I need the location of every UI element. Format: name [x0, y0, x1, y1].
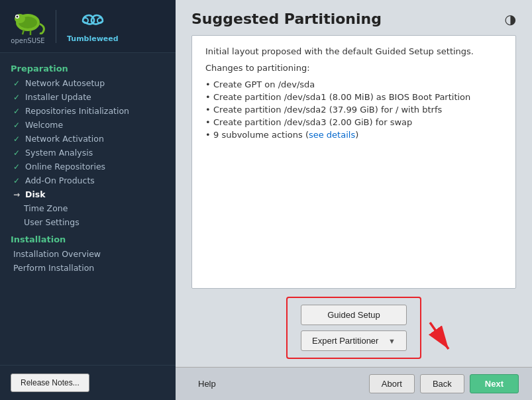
sidebar-footer: Release Notes...	[0, 365, 176, 400]
sidebar-item-installation-overview[interactable]: Installation Overview	[0, 247, 176, 261]
chameleon-icon	[11, 8, 45, 36]
sidebar-item-repositories-initialization[interactable]: Repositories Initialization	[0, 104, 176, 118]
sidebar-item-network-autosetup[interactable]: Network Autosetup	[0, 76, 176, 90]
partition-intro-text: Initial layout proposed with the default…	[205, 46, 502, 56]
dropdown-arrow-icon: ▼	[388, 337, 396, 345]
bottom-right-actions: Abort Back Next	[369, 374, 519, 393]
partition-list: Create GPT on /dev/sda Create partition …	[205, 78, 502, 141]
list-item: 9 subvolume actions (see details)	[205, 128, 502, 141]
guided-setup-button[interactable]: Guided Setup	[301, 305, 407, 325]
tumbleweed-logo: Tumbleweed	[67, 9, 119, 43]
partition-changes-label: Changes to partitioning:	[205, 63, 502, 73]
setup-buttons-area: Guided Setup Expert Partitioner ▼	[191, 289, 516, 362]
logo-divider	[56, 10, 56, 43]
next-button[interactable]: Next	[470, 374, 519, 393]
expert-partitioner-label: Expert Partitioner	[312, 336, 378, 346]
svg-point-4	[17, 16, 19, 18]
help-button[interactable]: Help	[189, 375, 225, 393]
bottom-bar: Help Abort Back Next	[176, 367, 532, 400]
sidebar-item-add-on-products[interactable]: Add-On Products	[0, 174, 176, 187]
sidebar-item-installer-update[interactable]: Installer Update	[0, 90, 176, 104]
partition-info-box: Initial layout proposed with the default…	[191, 35, 516, 289]
section-installation: Installation	[0, 229, 176, 247]
back-button[interactable]: Back	[420, 374, 464, 393]
tumbleweed-brand-text: Tumbleweed	[67, 34, 119, 43]
sidebar-header: openSUSE Tumbleweed	[0, 0, 176, 53]
sidebar-item-disk[interactable]: Disk	[0, 187, 176, 201]
tumbleweed-icon	[76, 9, 109, 33]
main-header: Suggested Partitioning ◑	[176, 0, 532, 32]
sidebar-item-online-repositories[interactable]: Online Repositories	[0, 160, 176, 174]
opensuse-brand-text: openSUSE	[11, 37, 44, 44]
sidebar-item-system-analysis[interactable]: System Analysis	[0, 146, 176, 160]
svg-line-10	[430, 323, 449, 349]
opensuse-logo: openSUSE	[11, 8, 45, 44]
sidebar-item-perform-installation[interactable]: Perform Installation	[0, 261, 176, 275]
abort-button[interactable]: Abort	[369, 374, 415, 393]
list-item: Create partition /dev/sda2 (37.99 GiB) f…	[205, 103, 502, 116]
list-item: Create partition /dev/sda1 (8.00 MiB) as…	[205, 91, 502, 103]
sidebar-item-network-activation[interactable]: Network Activation	[0, 132, 176, 146]
list-item: Create GPT on /dev/sda	[205, 78, 502, 91]
svg-line-5	[23, 30, 24, 34]
red-arrow-annotation	[423, 319, 456, 358]
list-item: Create partition /dev/sda3 (2.00 GiB) fo…	[205, 116, 502, 128]
theme-toggle-icon[interactable]: ◑	[505, 11, 516, 27]
section-preparation: Preparation	[0, 58, 176, 76]
page-title: Suggested Partitioning	[191, 11, 382, 27]
sidebar-item-user-settings[interactable]: User Settings	[0, 215, 176, 229]
sidebar-nav: Preparation Network Autosetup Installer …	[0, 53, 176, 365]
content-area: Initial layout proposed with the default…	[176, 32, 532, 367]
sidebar: openSUSE Tumbleweed Preparation Network …	[0, 0, 176, 400]
see-details-link[interactable]: see details	[309, 130, 355, 140]
main-content: Suggested Partitioning ◑ Initial layout …	[176, 0, 532, 400]
release-notes-button[interactable]: Release Notes...	[11, 374, 89, 392]
expert-partitioner-button[interactable]: Expert Partitioner ▼	[301, 330, 407, 351]
sidebar-item-time-zone[interactable]: Time Zone	[0, 201, 176, 215]
bottom-left-actions: Help	[189, 375, 225, 393]
setup-highlight-box: Guided Setup Expert Partitioner ▼	[286, 297, 421, 359]
sidebar-item-welcome[interactable]: Welcome	[0, 118, 176, 132]
